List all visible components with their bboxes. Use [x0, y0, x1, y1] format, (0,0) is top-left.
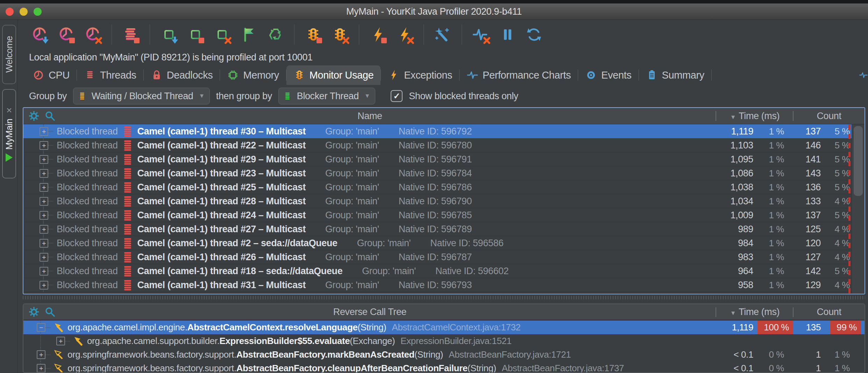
call-tree-row[interactable]: + org.springframework.beans.factory.supp…: [23, 361, 865, 373]
name-column-header[interactable]: Name: [23, 111, 716, 122]
titlebar[interactable]: MyMain - YourKit Java Profiler 2020.9-b4…: [0, 3, 868, 20]
group-by-dropdown[interactable]: Waiting / Blocked Thread ▼: [73, 88, 210, 104]
expand-toggle-icon[interactable]: +: [40, 281, 48, 290]
blocked-thread-row[interactable]: + Blocked thread Camel (camel-1) thread …: [23, 124, 865, 138]
call-tree-row[interactable]: − org.apache.camel.impl.engine.AbstractC…: [23, 321, 865, 334]
thread-name: Camel (camel-1) thread #26 – Multicast: [137, 252, 306, 263]
expand-toggle-icon[interactable]: +: [40, 141, 48, 150]
expand-toggle-icon[interactable]: +: [40, 225, 48, 234]
expand-toggle-icon[interactable]: +: [40, 253, 48, 262]
search-icon[interactable]: [44, 306, 56, 317]
expand-toggle-icon[interactable]: +: [37, 364, 45, 373]
blocked-thread-row[interactable]: + Blocked thread Camel (camel-1) thread …: [23, 194, 865, 208]
expand-toggle-icon[interactable]: +: [40, 127, 48, 136]
tab-summary[interactable]: Summary: [639, 65, 711, 85]
minimize-window-button[interactable]: [20, 8, 28, 16]
blocked-thread-row[interactable]: + Blocked thread Camel (camel-1) thread …: [23, 138, 865, 152]
tab-performance-charts[interactable]: Performance Charts: [460, 65, 578, 85]
expand-toggle-icon[interactable]: +: [56, 337, 65, 345]
thread-group: Group: 'main': [325, 168, 379, 179]
count-value: 120: [805, 236, 821, 250]
row-kind-label: Blocked thread: [57, 252, 118, 263]
panel-splitter[interactable]: [23, 294, 865, 303]
source-location: AbstractBeanFactory.java:1737: [502, 363, 624, 373]
blocked-thread-row[interactable]: + Blocked thread Camel (camel-1) thread …: [23, 152, 865, 166]
vertical-scrollbar[interactable]: [852, 124, 865, 294]
monitor-stop-icon[interactable]: [304, 25, 323, 44]
tab-memory[interactable]: Memory: [220, 65, 286, 85]
refresh-icon[interactable]: [524, 25, 544, 44]
clear-x-badge-icon: [95, 37, 102, 44]
tab-events[interactable]: Events: [578, 65, 638, 85]
then-group-by-dropdown[interactable]: Blocker Thread ▼: [278, 88, 375, 104]
maximize-window-button[interactable]: [34, 8, 42, 16]
tab-exceptions[interactable]: Exceptions: [381, 65, 459, 85]
expand-toggle-icon[interactable]: +: [40, 239, 48, 248]
tab-deadlocks[interactable]: Deadlocks: [144, 65, 220, 85]
telemetry-clear-icon[interactable]: [471, 25, 491, 44]
thread-name: Camel (camel-1) thread #22 – Multicast: [137, 140, 306, 151]
rail-tab-mymain[interactable]: × MyMain: [2, 89, 16, 178]
time-ms-value: 983: [738, 250, 753, 264]
count-column-header[interactable]: Count: [794, 111, 865, 122]
thread-telemetry-stop-icon[interactable]: [121, 25, 141, 44]
tab-monitor-usage[interactable]: Monitor Usage: [286, 65, 380, 85]
time-column-header[interactable]: ▼Time (ms): [716, 111, 794, 122]
blocked-thread-row[interactable]: + Blocked thread Camel (camel-1) thread …: [23, 208, 865, 222]
call-tree-row[interactable]: + org.springframework.beans.factory.supp…: [23, 348, 865, 361]
count-column-header[interactable]: Count: [794, 307, 865, 317]
search-icon[interactable]: [44, 110, 56, 122]
green-play-icon: [5, 153, 13, 162]
call-tree-row[interactable]: + org.apache.camel.support.builder.Expre…: [23, 334, 865, 348]
monitor-clear-icon[interactable]: [330, 25, 350, 44]
flag-snapshot-icon[interactable]: [239, 25, 258, 44]
memory-stop-icon[interactable]: [186, 25, 205, 44]
count-value: 1: [816, 361, 821, 373]
expand-toggle-icon[interactable]: +: [40, 267, 48, 276]
blocked-thread-icon: [123, 251, 132, 263]
blocked-thread-icon: [123, 237, 132, 249]
scrollbar-thumb[interactable]: [854, 126, 863, 196]
tab-cpu[interactable]: CPU: [26, 65, 77, 85]
close-window-button[interactable]: [6, 8, 14, 16]
row-kind-label: Blocked thread: [57, 280, 118, 291]
exception-stop-icon[interactable]: [368, 25, 388, 44]
clock-clear-icon[interactable]: [83, 25, 102, 44]
expand-toggle-icon[interactable]: +: [40, 197, 48, 206]
time-column-header[interactable]: ▼Time (ms): [716, 307, 794, 317]
row-kind-label: Blocked thread: [57, 266, 118, 277]
blocked-thread-row[interactable]: + Blocked thread Camel (camel-1) thread …: [23, 222, 865, 236]
exception-clear-icon[interactable]: [395, 25, 414, 44]
blocked-thread-row[interactable]: + Blocked thread Camel (camel-1) thread …: [23, 166, 865, 180]
time-ms-value: 1,119: [731, 124, 753, 138]
expand-toggle-icon[interactable]: +: [40, 211, 48, 220]
time-percent-value: 1 %: [769, 250, 784, 264]
thread-native-id: Native ID: 596791: [399, 154, 472, 165]
expand-toggle-icon[interactable]: +: [40, 155, 48, 164]
clock-stop-icon[interactable]: [56, 25, 76, 44]
main-toolbar: [18, 20, 868, 49]
gear-icon[interactable]: [28, 306, 40, 317]
pause-icon[interactable]: [498, 25, 517, 44]
toolbar-separator: [462, 24, 462, 45]
blocked-thread-row[interactable]: + Blocked thread Camel (camel-1) thread …: [23, 236, 865, 250]
force-gc-recycle-icon[interactable]: [265, 25, 285, 44]
blocked-thread-row[interactable]: + Blocked thread Camel (camel-1) thread …: [23, 278, 865, 292]
blocked-thread-row[interactable]: + Blocked thread Camel (camel-1) thread …: [23, 180, 865, 194]
time-percent-value: 1 %: [769, 208, 784, 222]
show-blocked-threads-checkbox[interactable]: ✓: [391, 90, 403, 102]
expand-toggle-icon[interactable]: +: [37, 350, 45, 359]
tab-threads[interactable]: Threads: [77, 65, 143, 85]
rail-tab-welcome[interactable]: Welcome: [2, 25, 16, 84]
close-icon[interactable]: ×: [6, 105, 12, 115]
gear-icon[interactable]: [28, 110, 40, 122]
blocked-thread-row[interactable]: + Blocked thread Camel (camel-1) thread …: [23, 264, 865, 278]
magic-wand-icon[interactable]: [433, 25, 453, 44]
expand-toggle-icon[interactable]: +: [40, 169, 48, 178]
memory-record-icon[interactable]: [159, 25, 179, 44]
blocked-thread-row[interactable]: + Blocked thread Camel (camel-1) thread …: [23, 250, 865, 264]
clock-record-icon[interactable]: [30, 25, 49, 44]
expand-toggle-icon[interactable]: +: [40, 183, 48, 192]
expand-toggle-icon[interactable]: −: [37, 323, 45, 332]
memory-clear-icon[interactable]: [212, 25, 232, 44]
